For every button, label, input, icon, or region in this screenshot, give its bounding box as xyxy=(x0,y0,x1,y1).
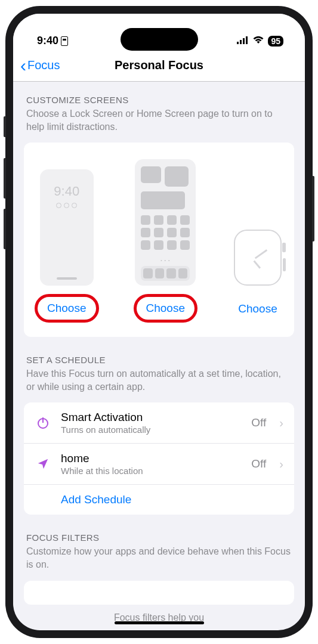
chevron-left-icon: ‹ xyxy=(20,57,26,75)
filters-header: FOCUS FILTERS Customize how your apps an… xyxy=(13,519,305,575)
power-button xyxy=(312,176,314,242)
cellular-icon xyxy=(237,35,249,47)
choose-watch-button[interactable]: Choose xyxy=(236,295,280,323)
status-left: 9:40 xyxy=(37,35,68,47)
customize-screens-card: 9:40 Choose • • • Choose xyxy=(24,143,294,337)
add-schedule-label: Add Schedule xyxy=(61,493,283,506)
choose-home-button[interactable]: Choose xyxy=(134,294,198,323)
dynamic-island xyxy=(121,28,198,51)
lock-preview-indicator xyxy=(57,277,77,280)
mute-switch xyxy=(4,116,6,137)
sim-icon xyxy=(61,36,68,46)
battery-badge: 95 xyxy=(268,36,283,47)
home-indicator[interactable] xyxy=(115,621,204,624)
status-right: 95 xyxy=(237,35,283,47)
lock-preview-widgets xyxy=(40,203,94,208)
customize-title: CUSTOMIZE SCREENS xyxy=(26,95,292,105)
smart-activation-value: Off xyxy=(251,416,266,429)
svg-rect-3 xyxy=(246,36,248,44)
location-arrow-icon xyxy=(35,457,51,470)
status-time: 9:40 xyxy=(37,35,58,47)
wifi-icon xyxy=(252,35,264,47)
choose-lock-button[interactable]: Choose xyxy=(35,294,99,323)
filters-title: FOCUS FILTERS xyxy=(26,532,292,543)
back-button[interactable]: ‹ Focus xyxy=(20,57,60,75)
schedule-header: SET A SCHEDULE Have this Focus turn on a… xyxy=(13,342,305,398)
power-icon xyxy=(35,416,51,430)
back-label: Focus xyxy=(27,58,60,72)
watch-face-option: Choose xyxy=(232,228,283,323)
nav-bar: ‹ Focus Personal Focus xyxy=(13,49,305,82)
home-screen-preview: • • • xyxy=(135,159,196,286)
content: CUSTOMIZE SCREENS Choose a Lock Screen o… xyxy=(13,82,305,630)
svg-rect-2 xyxy=(243,38,245,44)
volume-up-button xyxy=(4,158,6,199)
schedule-card: Smart Activation Turns on automatically … xyxy=(24,402,294,515)
smart-activation-sub: Turns on automatically xyxy=(61,425,242,435)
svg-rect-0 xyxy=(237,42,239,44)
add-schedule-row[interactable]: Add Schedule xyxy=(24,484,294,515)
chevron-right-icon: › xyxy=(279,416,283,430)
watch-body-icon xyxy=(234,230,282,286)
schedule-title: SET A SCHEDULE xyxy=(26,355,292,365)
home-screen-option: • • • Choose xyxy=(134,159,198,323)
filters-desc: Customize how your apps and device behav… xyxy=(26,545,292,571)
smart-activation-title: Smart Activation xyxy=(61,411,242,424)
location-value: Off xyxy=(251,457,266,470)
customize-desc: Choose a Lock Screen or Home Screen page… xyxy=(26,107,292,133)
lock-screen-preview: 9:40 xyxy=(40,169,94,286)
volume-down-button xyxy=(4,209,6,249)
lock-preview-time: 9:40 xyxy=(40,184,94,199)
customize-header: CUSTOMIZE SCREENS Choose a Lock Screen o… xyxy=(13,82,305,138)
svg-rect-1 xyxy=(240,40,242,44)
screen: 9:40 95 ‹ Focus Personal Focus xyxy=(13,14,305,630)
schedule-desc: Have this Focus turn on automatically at… xyxy=(26,367,292,393)
location-sub: While at this location xyxy=(61,466,242,476)
smart-activation-row[interactable]: Smart Activation Turns on automatically … xyxy=(24,402,294,443)
phone-frame: 9:40 95 ‹ Focus Personal Focus xyxy=(5,6,313,638)
location-row[interactable]: home While at this location Off › xyxy=(24,443,294,484)
chevron-right-icon: › xyxy=(279,457,283,471)
filters-card xyxy=(24,581,294,605)
lock-screen-option: 9:40 Choose xyxy=(35,169,99,323)
location-title: home xyxy=(61,452,242,465)
watch-face-preview xyxy=(232,228,283,287)
